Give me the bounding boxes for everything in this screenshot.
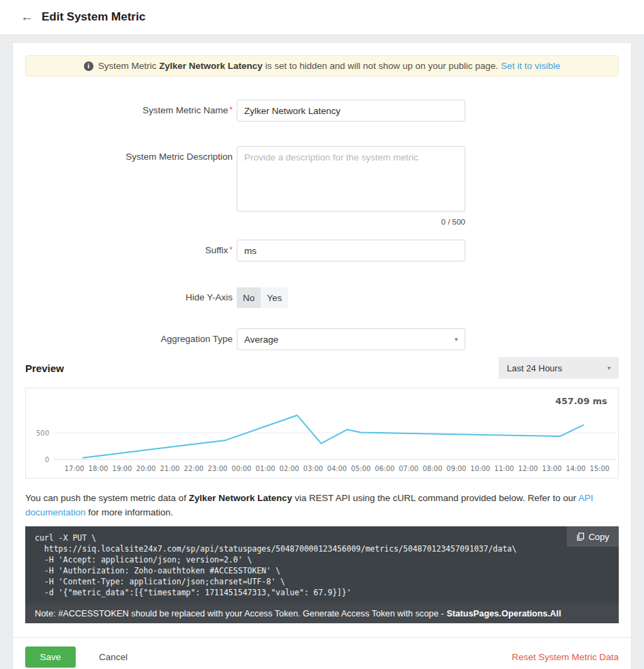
preview-title: Preview xyxy=(25,362,64,374)
svg-text:07:00: 07:00 xyxy=(399,465,419,472)
chevron-down-icon: ▾ xyxy=(607,365,611,371)
preview-chart: 457.09 ms 050017:0018:0019:0020:0021:002… xyxy=(25,388,619,479)
reset-metric-data-link[interactable]: Reset System Metric Data xyxy=(512,652,619,662)
copy-icon xyxy=(576,532,585,541)
aggregation-type-row: Aggregation Type Average ▾ xyxy=(25,328,619,350)
suffix-label: Suffix* xyxy=(25,240,233,255)
svg-text:14:00: 14:00 xyxy=(566,465,586,472)
time-range-selected-value: Last 24 Hours xyxy=(507,363,562,373)
curl-code-block: Copy curl -X PUT \ https://siq.localsite… xyxy=(25,526,619,603)
hide-y-axis-label: Hide Y-Axis xyxy=(25,287,233,302)
api-instructions: You can push the system metric data of Z… xyxy=(25,491,619,519)
svg-text:22:00: 22:00 xyxy=(184,465,204,472)
svg-text:03:00: 03:00 xyxy=(304,465,323,472)
svg-text:12:00: 12:00 xyxy=(518,465,538,472)
svg-text:19:00: 19:00 xyxy=(113,465,132,472)
svg-text:10:00: 10:00 xyxy=(471,465,491,472)
hidden-status-banner: i System Metric Zylker Network Latency i… xyxy=(25,55,619,76)
svg-text:17:00: 17:00 xyxy=(65,465,85,472)
page-title: Edit System Metric xyxy=(42,10,145,24)
cancel-button[interactable]: Cancel xyxy=(99,652,128,662)
svg-text:500: 500 xyxy=(36,429,49,437)
svg-text:18:00: 18:00 xyxy=(89,465,108,472)
banner-metric-name: Zylker Network Latency xyxy=(159,61,263,71)
svg-text:00:00: 00:00 xyxy=(232,465,252,472)
metric-description-row: System Metric Description 0 / 500 xyxy=(25,146,619,226)
suffix-row: Suffix* xyxy=(25,240,619,261)
required-asterisk: * xyxy=(229,245,233,255)
svg-text:0: 0 xyxy=(45,456,49,464)
save-button[interactable]: Save xyxy=(25,646,76,668)
banner-text-after: is set to hidden and will not show up on… xyxy=(265,61,498,71)
svg-text:08:00: 08:00 xyxy=(423,465,443,472)
metric-description-label: System Metric Description xyxy=(25,146,233,162)
svg-text:23:00: 23:00 xyxy=(208,465,228,472)
edit-metric-card: i System Metric Zylker Network Latency i… xyxy=(12,42,632,669)
svg-text:01:00: 01:00 xyxy=(256,465,276,472)
info-icon: i xyxy=(84,61,93,71)
metric-name-input[interactable] xyxy=(237,100,465,122)
access-token-note: Note: #ACCESSTOKEN should be replaced wi… xyxy=(25,603,619,623)
svg-text:05:00: 05:00 xyxy=(351,465,371,472)
curl-line: -d '{"metric_data":[{"timestamp": 171145… xyxy=(35,587,609,598)
api-metric-name: Zylker Network Latency xyxy=(189,493,293,503)
curl-line: -H 'Accept: application/json; version=2.… xyxy=(35,554,609,565)
metric-name-row: System Metric Name* xyxy=(25,100,619,122)
svg-text:06:00: 06:00 xyxy=(375,465,395,472)
preview-header: Preview Last 24 Hours ▾ xyxy=(25,357,619,379)
svg-text:21:00: 21:00 xyxy=(160,465,180,472)
chart-current-value: 457.09 ms xyxy=(555,396,607,406)
curl-line: curl -X PUT \ xyxy=(35,532,609,543)
svg-text:04:00: 04:00 xyxy=(327,465,347,472)
scope-name: StatusPages.Operations.All xyxy=(447,608,561,618)
metric-name-label: System Metric Name* xyxy=(25,100,233,115)
svg-text:13:00: 13:00 xyxy=(542,465,562,472)
metric-description-textarea[interactable] xyxy=(237,146,465,212)
curl-line: -H 'Content-Type: application/json;chars… xyxy=(35,576,609,587)
aggregation-selected-value: Average xyxy=(244,334,278,345)
svg-text:20:00: 20:00 xyxy=(136,465,156,472)
set-visible-link[interactable]: Set it to visible xyxy=(501,61,560,71)
svg-text:09:00: 09:00 xyxy=(447,465,467,472)
top-header: ← Edit System Metric xyxy=(0,0,644,34)
aggregation-type-label: Aggregation Type xyxy=(25,328,233,344)
aggregation-type-select[interactable]: Average ▾ xyxy=(237,328,465,350)
time-range-select[interactable]: Last 24 Hours ▾ xyxy=(499,357,619,379)
svg-text:15:00: 15:00 xyxy=(590,465,610,472)
copy-button[interactable]: Copy xyxy=(567,526,619,547)
suffix-input[interactable] xyxy=(237,240,465,261)
hide-y-axis-toggle: No Yes xyxy=(237,287,288,308)
svg-text:02:00: 02:00 xyxy=(280,465,299,472)
hide-y-axis-row: Hide Y-Axis No Yes xyxy=(25,287,619,308)
back-arrow-icon[interactable]: ← xyxy=(20,10,33,25)
hide-y-axis-option-yes[interactable]: Yes xyxy=(261,287,288,308)
chevron-down-icon: ▾ xyxy=(454,336,458,343)
curl-line: https://siq.localsite24x7.com/sp/api/sta… xyxy=(35,543,609,554)
hide-y-axis-option-no[interactable]: No xyxy=(237,287,261,308)
curl-line: -H 'Authorization: Zoho-oauthtoken #ACCE… xyxy=(35,565,609,576)
banner-text-before: System Metric xyxy=(98,61,157,71)
copy-label: Copy xyxy=(589,532,609,542)
preview-chart-svg: 050017:0018:0019:0020:0021:0022:0023:000… xyxy=(26,388,619,478)
char-counter: 0 / 500 xyxy=(237,218,465,226)
svg-text:11:00: 11:00 xyxy=(495,465,514,472)
footer-actions: Save Cancel Reset System Metric Data xyxy=(13,637,631,669)
required-asterisk: * xyxy=(229,105,233,115)
